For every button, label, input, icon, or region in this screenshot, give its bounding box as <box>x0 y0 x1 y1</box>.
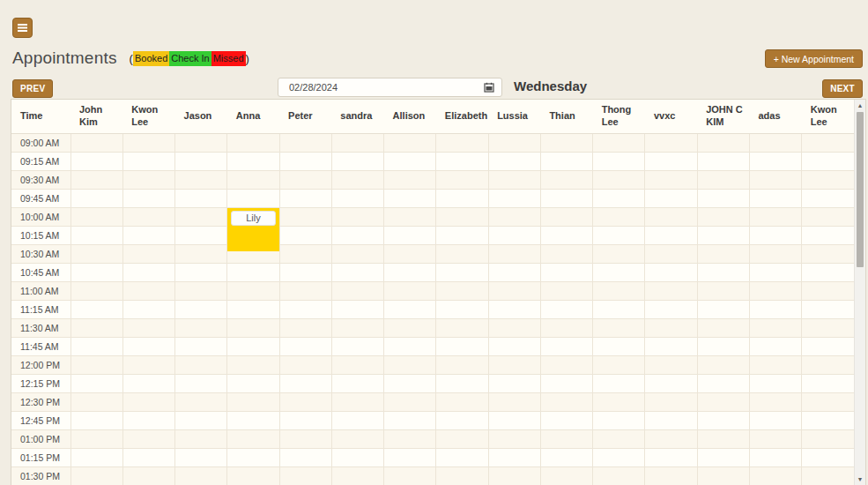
schedule-cell[interactable] <box>540 337 592 355</box>
schedule-cell[interactable] <box>122 244 174 263</box>
schedule-cell[interactable] <box>488 244 540 263</box>
schedule-cell[interactable] <box>645 429 697 448</box>
schedule-cell[interactable] <box>593 374 645 392</box>
vertical-scrollbar[interactable]: ▲ ▼ <box>854 100 865 485</box>
schedule-cell[interactable] <box>279 170 331 189</box>
schedule-cell[interactable] <box>436 466 488 485</box>
schedule-cell[interactable] <box>384 411 436 429</box>
schedule-cell[interactable] <box>122 374 174 392</box>
schedule-cell[interactable] <box>436 392 488 411</box>
schedule-cell[interactable] <box>488 337 540 355</box>
schedule-cell[interactable] <box>488 300 540 318</box>
schedule-cell[interactable] <box>331 281 383 300</box>
schedule-cell[interactable] <box>488 318 540 337</box>
schedule-cell[interactable] <box>279 189 331 207</box>
schedule-cell[interactable] <box>70 226 122 244</box>
schedule-cell[interactable] <box>540 392 592 411</box>
schedule-cell[interactable] <box>436 244 488 263</box>
schedule-cell[interactable] <box>175 226 227 244</box>
schedule-cell[interactable] <box>436 207 488 226</box>
prev-day-button[interactable]: PREV <box>12 79 53 98</box>
schedule-cell[interactable] <box>279 429 331 448</box>
schedule-cell[interactable] <box>540 355 592 374</box>
schedule-cell[interactable] <box>175 170 227 189</box>
schedule-cell[interactable] <box>645 300 697 318</box>
schedule-cell[interactable] <box>436 448 488 466</box>
schedule-cell[interactable] <box>331 374 383 392</box>
schedule-cell[interactable] <box>802 226 854 244</box>
schedule-cell[interactable] <box>488 392 540 411</box>
schedule-cell[interactable] <box>645 152 697 170</box>
schedule-cell[interactable] <box>122 281 174 300</box>
schedule-cell[interactable] <box>122 411 174 429</box>
schedule-cell[interactable] <box>488 448 540 466</box>
schedule-cell[interactable] <box>175 133 227 152</box>
schedule-cell[interactable] <box>331 244 383 263</box>
schedule-cell[interactable] <box>436 189 488 207</box>
next-day-button[interactable]: NEXT <box>822 79 863 98</box>
schedule-cell[interactable] <box>540 226 592 244</box>
schedule-cell[interactable] <box>749 244 801 263</box>
schedule-cell[interactable] <box>802 300 854 318</box>
schedule-cell[interactable] <box>749 392 801 411</box>
schedule-cell[interactable] <box>331 337 383 355</box>
schedule-cell[interactable] <box>645 244 697 263</box>
schedule-cell[interactable] <box>540 300 592 318</box>
schedule-cell[interactable] <box>279 392 331 411</box>
schedule-cell[interactable] <box>227 374 279 392</box>
schedule-cell[interactable] <box>279 133 331 152</box>
schedule-cell[interactable] <box>331 152 383 170</box>
schedule-cell[interactable] <box>749 429 801 448</box>
schedule-cell[interactable] <box>279 374 331 392</box>
schedule-cell[interactable] <box>645 355 697 374</box>
schedule-cell[interactable] <box>175 429 227 448</box>
schedule-cell[interactable] <box>70 281 122 300</box>
schedule-cell[interactable] <box>697 263 749 281</box>
schedule-cell[interactable] <box>227 300 279 318</box>
schedule-cell[interactable] <box>227 263 279 281</box>
schedule-cell[interactable] <box>384 244 436 263</box>
schedule-cell[interactable] <box>488 170 540 189</box>
appointment-block[interactable]: Lily <box>227 208 278 251</box>
schedule-cell[interactable] <box>175 207 227 226</box>
schedule-cell[interactable] <box>749 355 801 374</box>
schedule-cell[interactable] <box>175 337 227 355</box>
schedule-cell[interactable] <box>593 170 645 189</box>
schedule-cell[interactable] <box>70 374 122 392</box>
schedule-cell[interactable] <box>279 263 331 281</box>
schedule-cell[interactable] <box>331 207 383 226</box>
schedule-cell[interactable] <box>70 207 122 226</box>
schedule-cell[interactable] <box>175 300 227 318</box>
schedule-cell[interactable] <box>331 429 383 448</box>
schedule-cell[interactable] <box>175 411 227 429</box>
schedule-cell[interactable] <box>802 189 854 207</box>
schedule-cell[interactable] <box>645 263 697 281</box>
schedule-cell[interactable] <box>802 337 854 355</box>
schedule-cell[interactable] <box>749 133 801 152</box>
schedule-cell[interactable] <box>488 355 540 374</box>
schedule-cell[interactable] <box>540 466 592 485</box>
schedule-cell[interactable] <box>175 263 227 281</box>
schedule-cell[interactable] <box>227 448 279 466</box>
schedule-cell[interactable] <box>540 152 592 170</box>
schedule-cell[interactable] <box>175 355 227 374</box>
schedule-cell[interactable] <box>540 281 592 300</box>
schedule-cell[interactable] <box>384 133 436 152</box>
schedule-cell[interactable] <box>227 466 279 485</box>
schedule-cell[interactable] <box>122 207 174 226</box>
schedule-cell[interactable] <box>70 133 122 152</box>
schedule-cell[interactable] <box>697 355 749 374</box>
schedule-cell[interactable] <box>331 133 383 152</box>
schedule-cell[interactable] <box>697 411 749 429</box>
schedule-cell[interactable] <box>697 466 749 485</box>
schedule-cell[interactable] <box>384 152 436 170</box>
schedule-cell[interactable] <box>436 152 488 170</box>
schedule-cell[interactable] <box>697 337 749 355</box>
schedule-cell[interactable] <box>697 448 749 466</box>
schedule-cell[interactable] <box>175 281 227 300</box>
schedule-cell[interactable] <box>331 189 383 207</box>
schedule-cell[interactable] <box>645 374 697 392</box>
schedule-cell[interactable] <box>279 466 331 485</box>
schedule-cell[interactable] <box>540 207 592 226</box>
schedule-cell[interactable] <box>645 392 697 411</box>
